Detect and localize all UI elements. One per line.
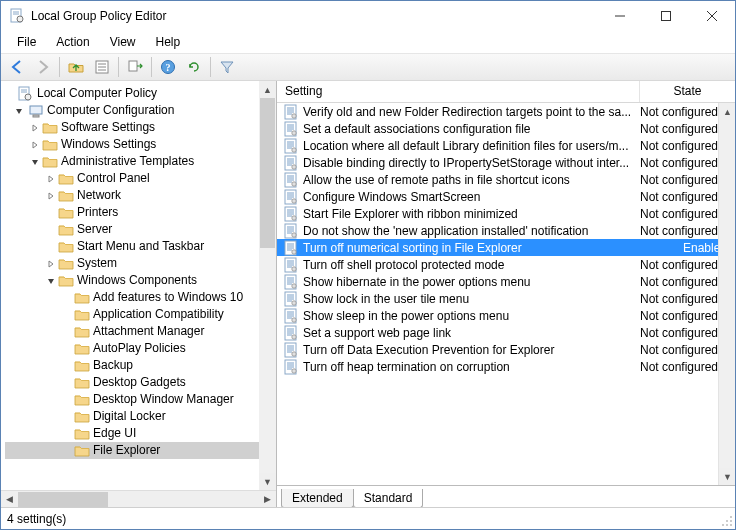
- refresh-button[interactable]: [182, 56, 206, 78]
- scroll-thumb[interactable]: [18, 492, 108, 507]
- tree-wc-desktop-gadgets[interactable]: Desktop Gadgets: [5, 374, 276, 391]
- policy-row[interactable]: Start File Explorer with ribbon minimize…: [277, 205, 735, 222]
- caret-open-icon[interactable]: [29, 158, 41, 166]
- list-header: Setting State: [277, 81, 735, 103]
- scroll-up-button[interactable]: ▲: [259, 81, 276, 98]
- resize-grip-icon[interactable]: [721, 515, 733, 527]
- properties-button[interactable]: [90, 56, 114, 78]
- caret-open-icon[interactable]: [13, 107, 25, 115]
- up-level-button[interactable]: [64, 56, 88, 78]
- scroll-down-button[interactable]: ▼: [259, 473, 276, 490]
- caret-right-icon[interactable]: [45, 175, 57, 183]
- tree-scroll[interactable]: Local Computer Policy Computer Configura…: [1, 81, 276, 490]
- help-button[interactable]: [156, 56, 180, 78]
- scroll-right-button[interactable]: ▶: [259, 491, 276, 508]
- tree-wc-app-compat[interactable]: Application Compatibility: [5, 306, 276, 323]
- folder-icon: [74, 410, 90, 424]
- svg-point-28: [730, 524, 732, 526]
- caret-right-icon[interactable]: [45, 192, 57, 200]
- tree-system[interactable]: System: [5, 255, 276, 272]
- filter-button[interactable]: [215, 56, 239, 78]
- toolbar-separator: [151, 57, 152, 77]
- minimize-button[interactable]: [597, 1, 643, 31]
- toolbar-separator: [59, 57, 60, 77]
- menu-action[interactable]: Action: [48, 33, 97, 51]
- column-header-state[interactable]: State: [640, 81, 735, 102]
- policy-row[interactable]: Show sleep in the power options menuNot …: [277, 307, 735, 324]
- policy-row[interactable]: Turn off shell protocol protected modeNo…: [277, 256, 735, 273]
- menu-file[interactable]: File: [9, 33, 44, 51]
- tree-start-menu[interactable]: Start Menu and Taskbar: [5, 238, 276, 255]
- tree-wc-edge-ui[interactable]: Edge UI: [5, 425, 276, 442]
- tree-windows-components[interactable]: Windows Components: [5, 272, 276, 289]
- properties-icon: [94, 59, 110, 75]
- tree-wc-backup[interactable]: Backup: [5, 357, 276, 374]
- tree-root[interactable]: Local Computer Policy: [5, 85, 276, 102]
- policy-row[interactable]: Configure Windows SmartScreenNot configu…: [277, 188, 735, 205]
- policy-row[interactable]: Do not show the 'new application install…: [277, 222, 735, 239]
- policy-row[interactable]: Set a default associations configuration…: [277, 120, 735, 137]
- tree-computer-config[interactable]: Computer Configuration: [5, 102, 276, 119]
- tree-label: Windows Components: [77, 272, 197, 289]
- caret-right-icon[interactable]: [29, 141, 41, 149]
- tree-wc-add-features[interactable]: Add features to Windows 10: [5, 289, 276, 306]
- back-button[interactable]: [5, 56, 29, 78]
- app-icon: [9, 8, 25, 24]
- tab-extended[interactable]: Extended: [281, 489, 354, 508]
- tree-windows-settings[interactable]: Windows Settings: [5, 136, 276, 153]
- policy-name: Turn off numerical sorting in File Explo…: [303, 241, 640, 255]
- scroll-up-button[interactable]: ▲: [719, 103, 735, 120]
- tree-wc-dwm[interactable]: Desktop Window Manager: [5, 391, 276, 408]
- column-header-setting[interactable]: Setting: [277, 81, 640, 102]
- folder-icon: [58, 189, 74, 203]
- caret-open-icon[interactable]: [45, 277, 57, 285]
- tree-label: Desktop Gadgets: [93, 374, 186, 391]
- maximize-button[interactable]: [643, 1, 689, 31]
- policy-row[interactable]: Show hibernate in the power options menu…: [277, 273, 735, 290]
- policy-icon: [283, 257, 299, 273]
- policy-row[interactable]: Disable binding directly to IPropertySet…: [277, 154, 735, 171]
- policy-row[interactable]: Turn off Data Execution Prevention for E…: [277, 341, 735, 358]
- tree-label: Network: [77, 187, 121, 204]
- tree-server[interactable]: Server: [5, 221, 276, 238]
- tree-control-panel[interactable]: Control Panel: [5, 170, 276, 187]
- tree-wc-autoplay[interactable]: AutoPlay Policies: [5, 340, 276, 357]
- tree-printers[interactable]: Printers: [5, 204, 276, 221]
- tree-label: Desktop Window Manager: [93, 391, 234, 408]
- tree-wc-file-explorer[interactable]: File Explorer: [5, 442, 276, 459]
- policy-row[interactable]: Set a support web page linkNot configure…: [277, 324, 735, 341]
- scroll-track[interactable]: [719, 120, 735, 468]
- tree-label: Administrative Templates: [61, 153, 194, 170]
- scroll-down-button[interactable]: ▼: [719, 468, 735, 485]
- policy-row[interactable]: Location where all default Library defin…: [277, 137, 735, 154]
- tree-label: Software Settings: [61, 119, 155, 136]
- menu-view[interactable]: View: [102, 33, 144, 51]
- tree-horizontal-scrollbar[interactable]: ◀ ▶: [1, 490, 276, 507]
- tree-vertical-scrollbar[interactable]: ▲ ▼: [259, 81, 276, 490]
- scroll-track[interactable]: [18, 491, 259, 508]
- tree-network[interactable]: Network: [5, 187, 276, 204]
- tab-standard[interactable]: Standard: [353, 489, 424, 508]
- policy-row[interactable]: Show lock in the user tile menuNot confi…: [277, 290, 735, 307]
- caret-right-icon[interactable]: [29, 124, 41, 132]
- folder-icon: [74, 427, 90, 441]
- menu-help[interactable]: Help: [148, 33, 189, 51]
- scroll-thumb[interactable]: [260, 98, 275, 248]
- policy-row[interactable]: Turn off numerical sorting in File Explo…: [277, 239, 735, 256]
- close-button[interactable]: [689, 1, 735, 31]
- policy-row[interactable]: Verify old and new Folder Redirection ta…: [277, 103, 735, 120]
- policy-icon: [283, 342, 299, 358]
- list-vertical-scrollbar[interactable]: ▲ ▼: [718, 103, 735, 485]
- policy-row[interactable]: Turn off heap termination on corruptionN…: [277, 358, 735, 375]
- folder-icon: [42, 155, 58, 169]
- caret-right-icon[interactable]: [45, 260, 57, 268]
- policy-row[interactable]: Allow the use of remote paths in file sh…: [277, 171, 735, 188]
- tree-admin-templates[interactable]: Administrative Templates: [5, 153, 276, 170]
- export-button[interactable]: [123, 56, 147, 78]
- tree-wc-digital-locker[interactable]: Digital Locker: [5, 408, 276, 425]
- tree-software-settings[interactable]: Software Settings: [5, 119, 276, 136]
- forward-button[interactable]: [31, 56, 55, 78]
- scroll-left-button[interactable]: ◀: [1, 491, 18, 508]
- policy-name: Show hibernate in the power options menu: [303, 275, 640, 289]
- tree-wc-attachment-mgr[interactable]: Attachment Manager: [5, 323, 276, 340]
